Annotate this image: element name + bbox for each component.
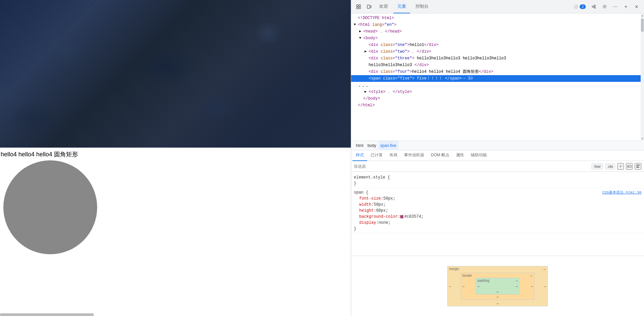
dom-arrow-two[interactable] xyxy=(365,49,369,55)
dom-line-html-close[interactable]: ▼ </html> xyxy=(351,102,644,109)
dom-line-div-two[interactable]: <div class="two"> … </div> xyxy=(351,48,644,55)
margin-dash-left: – xyxy=(449,284,451,288)
color-swatch[interactable] xyxy=(400,215,403,218)
close-icon: ✕ xyxy=(635,4,639,9)
toggle-element-state-btn[interactable] xyxy=(626,163,633,170)
dom-line-div-four[interactable]: ▼ <div class="four">hello4 hello4 hello4… xyxy=(351,68,644,75)
css-rules-area: element.style { } span { CSS基本语法.html:30… xyxy=(351,172,644,256)
tab-elements[interactable]: 元素 xyxy=(393,0,410,13)
css-source-link[interactable]: CSS基本语法.html:30 xyxy=(602,190,641,196)
styles-panel: :hov .cls + xyxy=(351,161,644,316)
close-devtools-btn[interactable]: ✕ xyxy=(632,2,641,11)
css-close-brace-1: } xyxy=(354,180,641,187)
device-toggle-btn[interactable] xyxy=(365,2,374,11)
breadcrumb-span-five[interactable]: span.five xyxy=(378,141,398,150)
hello4-text: hello4 hello4 hello4 圆角矩形 xyxy=(0,148,351,161)
dom-arrow-head[interactable] xyxy=(359,29,363,35)
badge-icon: ⚪ xyxy=(573,4,578,9)
box-model-padding[interactable]: padding – – – – xyxy=(476,278,519,295)
dom-arrow-body[interactable] xyxy=(359,35,363,41)
dom-line-body-close[interactable]: ▼ </body> xyxy=(351,95,644,102)
dom-tree-panel: ▼ <!DOCTYPE html> <html lang="en"> <head… xyxy=(351,13,644,141)
scroll-indicator[interactable] xyxy=(0,313,94,316)
sub-tab-styles[interactable]: 样式 xyxy=(352,150,367,161)
browser-content: hello4 hello4 hello4 圆角矩形 xyxy=(0,0,351,316)
css-prop-width[interactable]: width : 50px; xyxy=(354,202,641,208)
more-style-options-btn[interactable] xyxy=(635,163,641,170)
sub-tab-computed[interactable]: 已计算 xyxy=(367,150,386,161)
css-rule-element-style: element.style { } xyxy=(351,173,644,188)
add-style-rule-btn[interactable]: + xyxy=(617,163,624,170)
connections-btn[interactable] xyxy=(589,2,598,11)
dom-scrollbar[interactable]: ▲ ▼ xyxy=(641,13,644,141)
badge-count: 2 xyxy=(580,4,586,9)
css-rule-span: span { CSS基本语法.html:30 font-size : 50px;… xyxy=(351,188,644,233)
more-options-btn[interactable]: ⋯ xyxy=(610,2,620,11)
svg-point-7 xyxy=(594,5,595,6)
css-selector-span[interactable]: span { CSS基本语法.html:30 xyxy=(354,190,641,196)
border-dash: – xyxy=(530,274,532,277)
box-model-border[interactable]: border – – – – padding – – – – xyxy=(461,273,534,300)
css-selector-element[interactable]: element.style { xyxy=(354,174,641,180)
margin-dash-right: – xyxy=(544,284,546,288)
box-model-wrapper: margin – – – – border – – – – padding – xyxy=(351,263,644,309)
devtools-toolbar: 欢迎 元素 控制台 ⚪ 2 ⋯ + xyxy=(351,0,644,13)
svg-rect-14 xyxy=(636,165,640,165)
dom-dots-indicator[interactable]: ... xyxy=(351,82,644,89)
box-model-margin[interactable]: margin – – – – border – – – – padding – xyxy=(447,266,548,306)
circle-shape xyxy=(3,160,97,254)
dom-line-body[interactable]: <body> xyxy=(351,35,644,42)
dom-arrow-html[interactable] xyxy=(354,22,358,28)
svg-rect-16 xyxy=(636,167,639,168)
margin-dash-bottom: – xyxy=(497,301,499,305)
css-prop-background-color[interactable]: background-color : #c03574; xyxy=(354,214,641,220)
svg-rect-3 xyxy=(359,7,361,9)
hov-filter-btn[interactable]: :hov xyxy=(591,163,603,169)
sub-tab-dom-breakpoints[interactable]: DOM 断点 xyxy=(428,150,453,161)
css-prop-font-size[interactable]: font-size : 50px; xyxy=(354,196,641,202)
svg-point-11 xyxy=(604,6,605,7)
scroll-down-btn[interactable]: ▼ xyxy=(641,137,644,140)
svg-point-6 xyxy=(592,6,593,7)
dom-line-html[interactable]: <html lang="en"> xyxy=(351,21,644,28)
dots-label: ... xyxy=(358,82,369,89)
dom-arrow-style[interactable] xyxy=(365,89,369,95)
svg-rect-15 xyxy=(636,166,639,167)
scroll-thumb[interactable] xyxy=(641,18,644,32)
sub-tab-accessibility[interactable]: 辅助功能 xyxy=(467,150,490,161)
tab-console[interactable]: 控制台 xyxy=(411,0,433,13)
css-prop-display[interactable]: display : none; xyxy=(354,220,641,226)
sub-tab-event-listeners[interactable]: 事件侦听器 xyxy=(401,150,428,161)
padding-label: padding xyxy=(477,279,490,282)
dom-line-head[interactable]: <head> … </head> xyxy=(351,28,644,35)
styles-sub-tabs: 样式 已计算 布局 事件侦听器 DOM 断点 属性 辅助功能 xyxy=(351,150,644,161)
inspect-element-btn[interactable] xyxy=(354,2,363,11)
scroll-up-btn[interactable]: ▲ xyxy=(640,13,644,18)
svg-rect-12 xyxy=(628,165,631,167)
dom-line-doctype[interactable]: ▼ <!DOCTYPE html> xyxy=(351,15,644,21)
page-background-image xyxy=(0,0,351,148)
svg-rect-13 xyxy=(628,166,629,167)
devtools-panel: 欢迎 元素 控制台 ⚪ 2 ⋯ + xyxy=(351,0,644,316)
sub-tab-layout[interactable]: 布局 xyxy=(386,150,401,161)
add-panel-btn[interactable]: + xyxy=(621,2,631,11)
dom-line-div-one[interactable]: ▼ <div class="one">hello1</div> xyxy=(351,42,644,48)
filter-input[interactable] xyxy=(354,164,590,169)
sub-tab-properties[interactable]: 属性 xyxy=(453,150,467,161)
dom-line-div-three-2[interactable]: ▼ hello3hello3hello3 </div> xyxy=(351,62,644,68)
css-prop-height[interactable]: height : 60px; xyxy=(354,208,641,214)
dom-line-span-five[interactable]: ▼ <span class="five"> five！！！！ </span> —… xyxy=(351,75,644,82)
tab-welcome[interactable]: 欢迎 xyxy=(375,0,392,13)
settings-btn[interactable] xyxy=(600,2,609,11)
margin-label: margin xyxy=(449,267,459,271)
dom-line-style[interactable]: <style> … </style> xyxy=(351,89,644,95)
breadcrumb-body[interactable]: body xyxy=(366,141,378,150)
margin-dash: – xyxy=(543,267,545,271)
badge-btn[interactable]: ⚪ 2 xyxy=(571,2,588,11)
dom-line-div-three-1[interactable]: ▼ <div class="three"> hello3hello3hello3… xyxy=(351,55,644,62)
svg-rect-1 xyxy=(359,5,361,6)
cls-filter-btn[interactable]: .cls xyxy=(605,163,616,169)
svg-rect-2 xyxy=(357,7,358,9)
svg-rect-0 xyxy=(357,5,358,6)
breadcrumb-html[interactable]: html xyxy=(354,141,366,150)
